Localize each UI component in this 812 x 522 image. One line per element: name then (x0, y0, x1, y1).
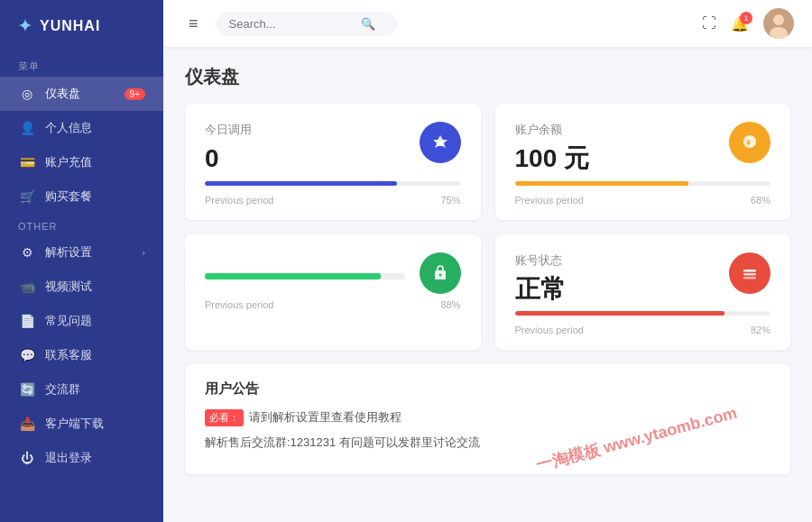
card-header: 账户余额 100 元 ¥ (515, 122, 771, 174)
topbar-right: ⛶ 🔔 1 (702, 8, 794, 39)
topbar: ≡ 🔍 ⛶ 🔔 1 (163, 0, 812, 47)
card-header: 账号状态 正常 (515, 252, 771, 305)
page-content: 仪表盘 今日调用 0 (163, 47, 812, 522)
notice-tag: 必看： (205, 409, 244, 426)
progress-bar (205, 181, 397, 186)
video-icon: 📹 (18, 279, 36, 294)
sidebar-item-exchange[interactable]: 🔄 交流群 (0, 372, 163, 407)
balance-icon: ¥ (729, 122, 770, 163)
sidebar-item-label: 账户充值 (45, 154, 92, 170)
faq-icon: 📄 (18, 314, 36, 328)
sidebar-item-label: 客户端下载 (45, 416, 104, 432)
sidebar-item-logout[interactable]: ⏻ 退出登录 (0, 441, 163, 475)
progress-bar-wrap (515, 181, 771, 186)
svg-rect-7 (743, 270, 756, 272)
bell-badge: 1 (740, 12, 752, 24)
notice-item-1: 解析售后交流群:1231231 有问题可以发群里讨论交流 (205, 434, 770, 452)
bell-button[interactable]: 🔔 1 (731, 15, 749, 32)
sidebar-item-label: 个人信息 (45, 120, 92, 136)
sidebar-item-label: 解析设置 (45, 244, 92, 261)
card-label: 账号状态 (515, 252, 566, 269)
recharge-icon: 💳 (18, 155, 36, 169)
svg-rect-8 (743, 273, 756, 276)
support-icon: 💬 (18, 348, 36, 362)
logo-text: YUNHAI (40, 18, 100, 34)
sidebar-item-package[interactable]: 🛒 购买套餐 (0, 179, 163, 214)
card-wide-inner (205, 252, 461, 294)
period-pct: 82% (751, 325, 770, 335)
card-footer: Previous period 75% (205, 195, 461, 206)
card-header: 今日调用 0 (205, 122, 461, 174)
svg-rect-3 (438, 141, 443, 146)
card-footer: Previous period 68% (515, 195, 771, 206)
sidebar-item-dashboard[interactable]: ◎ 仪表盘 9+ (0, 77, 163, 111)
notice-card: 用户公告 必看：请到解析设置里查看使用教程 解析售后交流群:1231231 有问… (185, 364, 790, 474)
progress-bar (515, 181, 689, 186)
status-icon (729, 252, 770, 294)
notice-text: 请到解析设置里查看使用教程 (249, 410, 401, 424)
sidebar-item-label: 购买套餐 (45, 188, 92, 205)
sidebar-item-label: 常见问题 (45, 313, 92, 329)
logo-icon: ✦ (18, 16, 32, 36)
period-pct: 75% (440, 195, 460, 206)
search-bar: 🔍 (217, 12, 397, 36)
card-wide: Previous period 88% (185, 234, 481, 351)
card-footer: Previous period 88% (205, 299, 461, 310)
period-label: Previous period (205, 195, 273, 206)
card-value: 正常 (515, 274, 566, 305)
progress-bar-wrap (205, 181, 461, 186)
notice-text: 解析售后交流群:1231231 有问题可以发群里讨论交流 (205, 435, 480, 449)
notice-item-0: 必看：请到解析设置里查看使用教程 (205, 408, 770, 426)
period-label: Previous period (515, 195, 584, 206)
card-value: 100 元 (515, 143, 590, 174)
avatar[interactable] (763, 8, 794, 39)
logout-icon: ⏻ (18, 451, 36, 465)
progress-bar (205, 273, 381, 279)
menu-section-label: 菜单 (0, 52, 163, 77)
chevron-right-icon: › (142, 247, 145, 258)
card-status: 账号状态 正常 Previous period (495, 234, 791, 351)
period-label: Previous period (515, 325, 584, 335)
search-icon: 🔍 (361, 17, 375, 31)
search-input[interactable] (229, 17, 355, 31)
sidebar: ✦ YUNHAI 菜单 ◎ 仪表盘 9+ 👤 个人信息 💳 账户充值 🛒 购买套… (0, 0, 163, 522)
period-pct: 88% (440, 299, 460, 310)
period-pct: 68% (751, 195, 770, 206)
sidebar-item-label: 退出登录 (45, 450, 92, 466)
today-calls-icon (420, 122, 461, 163)
svg-point-6 (438, 273, 441, 276)
profile-icon: 👤 (18, 121, 36, 135)
package-icon: 🛒 (18, 189, 36, 204)
card-wide-bar-wrap (205, 264, 405, 281)
other-section-label: OTHER (0, 214, 163, 235)
notice-title: 用户公告 (205, 380, 770, 398)
sidebar-item-label: 仪表盘 (45, 86, 80, 102)
period-label: Previous period (205, 299, 273, 310)
sidebar-item-faq[interactable]: 📄 常见问题 (0, 304, 163, 338)
sidebar-item-profile[interactable]: 👤 个人信息 (0, 111, 163, 145)
sidebar-item-support[interactable]: 💬 联系客服 (0, 338, 163, 372)
page-title: 仪表盘 (185, 65, 790, 89)
main-area: ≡ 🔍 ⛶ 🔔 1 仪表盘 (163, 0, 812, 522)
card-label: 账户余额 (515, 122, 590, 138)
expand-icon[interactable]: ⛶ (702, 15, 716, 32)
sidebar-item-label: 交流群 (45, 381, 80, 398)
menu-toggle-button[interactable]: ≡ (181, 11, 206, 37)
progress-bar-wrap (205, 273, 405, 279)
download-icon: 📥 (18, 417, 36, 431)
progress-bar-wrap (515, 311, 771, 316)
sidebar-item-video[interactable]: 📹 视频测试 (0, 270, 163, 304)
svg-rect-9 (743, 277, 756, 279)
svg-point-1 (773, 14, 784, 25)
card-label: 今日调用 (205, 122, 252, 138)
dashboard-badge: 9+ (125, 88, 145, 100)
sidebar-logo: ✦ YUNHAI (0, 0, 163, 52)
card-footer: Previous period 82% (515, 325, 771, 335)
sidebar-item-download[interactable]: 📥 客户端下载 (0, 407, 163, 441)
card-balance: 账户余额 100 元 ¥ Previous period 68% (495, 104, 791, 220)
sidebar-item-label: 视频测试 (45, 279, 92, 295)
sidebar-item-analytics[interactable]: ⚙ 解析设置 › (0, 235, 163, 270)
cards-row-1: 今日调用 0 Previous period 75% (185, 104, 790, 220)
sidebar-item-label: 联系客服 (45, 347, 92, 363)
sidebar-item-recharge[interactable]: 💳 账户充值 (0, 145, 163, 179)
